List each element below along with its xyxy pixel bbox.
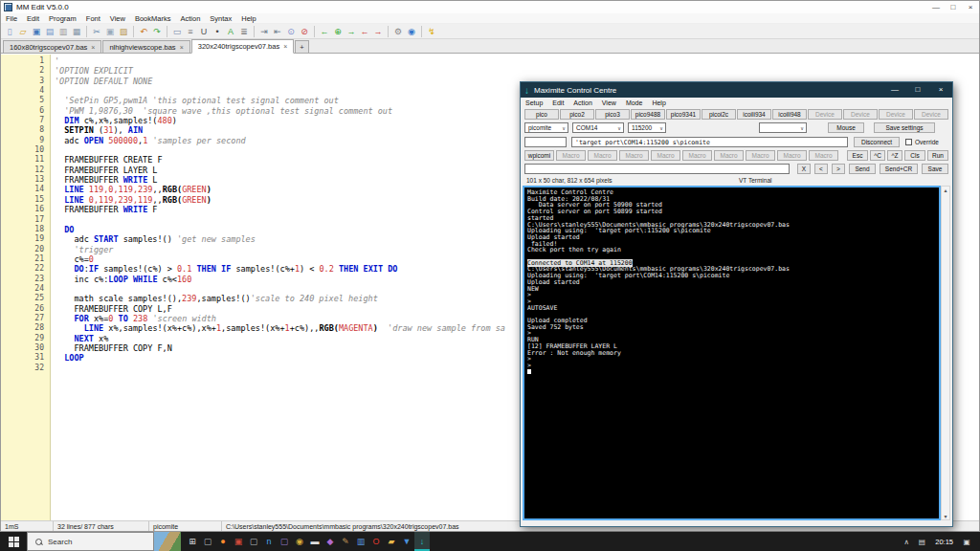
redo-icon[interactable]: ↷ [150,25,164,38]
tray-chevron-icon[interactable]: ∧ [899,538,914,546]
send-input[interactable] [524,164,790,174]
outdent-icon[interactable]: ⇤ [271,25,284,38]
save-icon[interactable]: ▣ [30,25,43,38]
taskbar-icon-display-1[interactable]: ▢ [200,532,215,551]
device-button-device[interactable]: Device [843,109,878,120]
command-input[interactable] [524,137,567,147]
new-file-icon[interactable]: ▯ [3,25,16,38]
device-button-pico9341[interactable]: pico9341 [666,109,701,120]
mmedit-minimize-button[interactable]: — [927,3,945,11]
export-icon[interactable]: ▥ [56,25,70,38]
mmedit-close-button[interactable]: × [962,3,979,11]
help-icon[interactable]: ◉ [405,25,418,38]
taskbar-icon-notepadpp[interactable]: n [261,532,277,551]
tab-close-icon[interactable]: × [91,44,95,51]
send-button-send+cr[interactable]: Send+CR [880,164,918,174]
list-icon[interactable]: ≡ [184,25,197,38]
new-tab-button[interactable]: + [295,40,308,53]
start-button[interactable] [0,532,27,551]
taskbar-icon-pc[interactable]: ▥ [353,532,368,551]
menu-bookmarks[interactable]: BookMarks [130,14,176,23]
paste-icon[interactable]: ▨ [117,25,130,38]
device-button-pico3[interactable]: pico3 [595,109,630,120]
mcc-minimize-button[interactable]: — [883,82,906,98]
menu-mode[interactable]: Mode [621,99,648,106]
menu-view[interactable]: View [105,14,130,23]
menu-action[interactable]: Action [175,14,205,23]
taskbar-icon-camera[interactable]: ▣ [231,532,246,551]
tray-notification-icon[interactable]: ▣ [959,538,974,546]
bullet-icon[interactable]: • [211,25,224,38]
baud-rate-select[interactable]: 115200 [628,122,666,133]
menu-help[interactable]: Help [647,99,670,106]
menu-file[interactable]: File [1,14,22,23]
nav-back-icon[interactable]: ← [318,25,331,38]
macro-button-macro[interactable]: Macro [777,150,807,161]
macro-button-macro[interactable]: Macro [619,150,649,161]
control-button-ctrl-z[interactable]: ^Z [887,150,902,161]
control-button-ctrl-c[interactable]: ^C [870,150,885,161]
vt-terminal[interactable]: Maximite Control CentreBuild date: 2022/… [523,186,941,520]
mmedit-maximize-button[interactable]: □ [945,3,962,11]
control-button-run[interactable]: Run [927,150,948,161]
tab-320x240trigscopev07.bas[interactable]: 320x240trigscopev07.bas× [191,39,295,54]
copy-icon[interactable]: ▣ [103,25,117,38]
taskbar-icon-opera[interactable]: O [368,532,384,551]
jump-forward-icon[interactable]: → [371,25,385,38]
taskbar-icon-display-2[interactable]: ▢ [246,532,261,551]
scrollbar-up-icon[interactable]: ▴ [944,187,947,193]
tab-close-icon[interactable]: × [283,43,287,50]
taskbar-icon-maximite[interactable]: ↓ [414,532,430,551]
menu-edit[interactable]: Edit [22,14,44,23]
menu-edit[interactable]: Edit [547,99,568,106]
mcc-maximize-button[interactable]: □ [906,82,929,98]
tab-close-icon[interactable]: × [180,44,184,51]
device-button-device[interactable]: Device [879,109,913,120]
device-button-icoili948[interactable]: icoili948 [772,109,807,120]
device-type-select[interactable]: picomite [524,122,568,133]
device-button-device[interactable]: Device [808,109,842,120]
comment-icon[interactable]: ⊙ [284,25,298,38]
add-bookmark-icon[interactable]: ⊕ [331,25,345,38]
weather-widget[interactable] [154,532,181,551]
device-button-icoili934[interactable]: icoili934 [737,109,771,120]
taskbar-icon-explorer[interactable]: ▰ [384,532,399,551]
scrollbar-down-icon[interactable]: ▾ [944,513,947,519]
macro-button-macro[interactable]: Macro [556,150,586,161]
macro-button-macro[interactable]: Macro [809,150,838,161]
run-icon[interactable]: ↯ [425,25,438,38]
taskbar-search-box[interactable]: Search [27,532,154,551]
nav-forward-icon[interactable]: → [345,25,358,38]
taskbar-icon-defender[interactable]: ▼ [399,532,414,551]
macro-button-macro[interactable]: Macro [714,150,744,161]
undo-icon[interactable]: ↶ [137,25,150,38]
macro-button-wpicomi[interactable]: wpicomi [524,150,554,161]
tab-nlhighviewscope.bas[interactable]: nlhighviewscope.bas× [102,40,189,53]
send-button-send[interactable]: Send [849,164,876,174]
override-checkbox[interactable] [905,139,912,145]
cut-icon[interactable]: ✂ [90,25,103,38]
menu-help[interactable]: Help [236,14,260,23]
font-icon[interactable]: A [224,25,237,38]
mcc-close-button[interactable]: × [929,82,952,98]
device-button-pico2[interactable]: pico2 [560,109,594,120]
taskbar-icon-firefox[interactable]: ● [215,532,231,551]
taskbar-icon-brush[interactable]: ✎ [338,532,353,551]
settings-icon[interactable]: ⚙ [391,25,405,38]
macro-button-macro[interactable]: Macro [588,150,617,161]
uncomment-icon[interactable]: ⊘ [298,25,311,38]
jump-back-icon[interactable]: ← [358,25,371,38]
tray-network-icon[interactable]: ▤ [914,538,929,546]
taskbar-icon-ide[interactable]: ▢ [277,532,292,551]
device-button-device[interactable]: Device [914,109,948,120]
indent-icon[interactable]: ⇥ [257,25,271,38]
print-icon[interactable]: ▦ [70,25,83,38]
send-button-x[interactable]: X [797,164,811,174]
menu-syntax[interactable]: Syntax [205,14,236,23]
mouse-button[interactable]: Mouse [828,122,864,133]
control-button-esc[interactable]: Esc [847,150,868,161]
taskbar-icon-store[interactable]: ⊞ [185,532,200,551]
find-icon[interactable]: ▭ [170,25,184,38]
save-all-icon[interactable]: ▤ [43,25,56,38]
terminal-scrollbar[interactable]: ▴ ▾ [941,186,950,520]
